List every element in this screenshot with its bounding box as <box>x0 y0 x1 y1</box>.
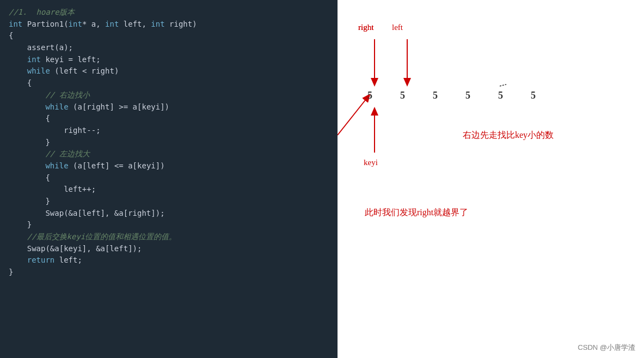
num-0: 5 <box>367 90 372 101</box>
code-line-19: } <box>9 219 329 231</box>
code-line-10: { <box>9 113 329 125</box>
code-line-16: left++; <box>9 184 329 196</box>
code-line-7: { <box>9 77 329 89</box>
code-line-21: Swap(&a[keyi], &a[left]); <box>9 243 329 255</box>
code-line-8: // 右边找小 <box>9 89 329 101</box>
watermark-text: CSDN @小唐学渣 <box>578 343 635 353</box>
num-4: 5 <box>498 90 503 101</box>
num-2: 5 <box>433 90 438 101</box>
code-line-13: // 左边找大 <box>9 148 329 160</box>
code-line-9: while (a[right] >= a[keyi]) <box>9 101 329 113</box>
code-line-12: } <box>9 137 329 149</box>
code-line-14: while (a[left] <= a[keyi]) <box>9 160 329 172</box>
keyi-label-text: keyi <box>364 158 378 167</box>
code-line-15: { <box>9 172 329 184</box>
code-line-1: //1. hoare版本 <box>9 7 329 19</box>
diagram-panel: right right left 5 5 5 5 5 5 keyi 右边先走找比… <box>338 0 644 358</box>
code-line-5: int keyi = left; <box>9 54 329 66</box>
diagram-arrows <box>338 0 644 358</box>
num-1: 5 <box>400 90 405 101</box>
code-line-11: right--; <box>9 125 329 137</box>
num-3: 5 <box>465 90 470 101</box>
svg-line-3 <box>338 95 369 135</box>
code-line-3: { <box>9 30 329 42</box>
note1-text: 右边先走找比key小的数 <box>463 130 554 141</box>
left-label-text: left <box>392 23 403 32</box>
svg-line-5 <box>500 84 506 86</box>
code-line-6: while (left < right) <box>9 65 329 77</box>
note2-text: 此时我们发现right就越界了 <box>365 207 468 219</box>
code-line-23: } <box>9 266 329 278</box>
code-line-2: int Partion1(int* a, int left, int right… <box>9 19 329 31</box>
code-line-20: //最后交换keyi位置的值和相遇位置的值。 <box>9 231 329 243</box>
right-label-text: right <box>358 23 373 32</box>
code-line-4: assert(a); <box>9 42 329 54</box>
code-panel: //1. hoare版本 int Partion1(int* a, int le… <box>0 0 338 358</box>
code-line-22: return left; <box>9 254 329 266</box>
code-line-17: } <box>9 196 329 208</box>
num-5: 5 <box>531 90 536 101</box>
code-line-18: Swap(&a[left], &a[right]); <box>9 208 329 220</box>
